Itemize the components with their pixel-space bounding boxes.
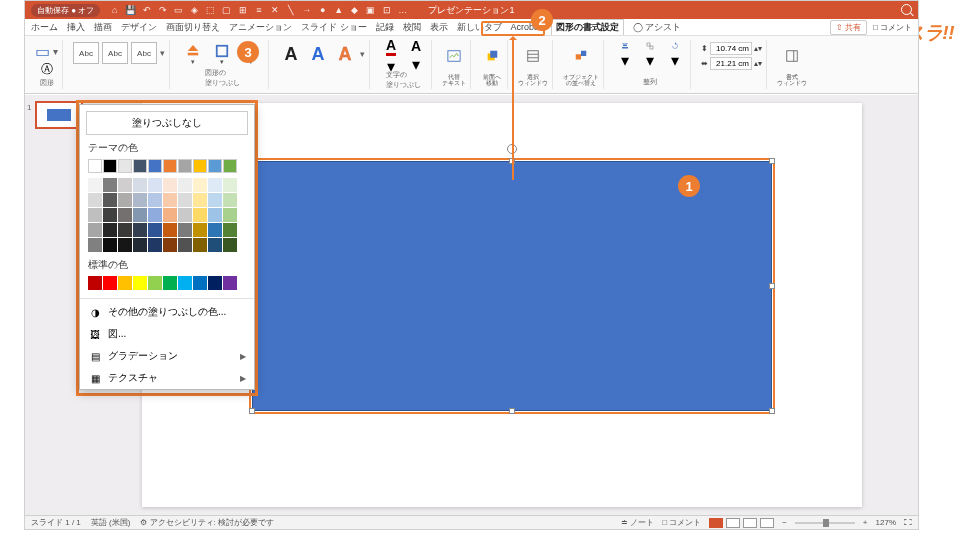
color-swatch[interactable] bbox=[118, 208, 132, 222]
qat-icon[interactable]: → bbox=[301, 5, 312, 15]
color-swatch[interactable] bbox=[118, 238, 132, 252]
color-swatch[interactable] bbox=[133, 208, 147, 222]
color-swatch[interactable] bbox=[133, 238, 147, 252]
tab-design[interactable]: デザイン bbox=[121, 21, 157, 34]
color-swatch[interactable] bbox=[193, 223, 207, 237]
color-swatch[interactable] bbox=[88, 193, 102, 207]
no-fill-option[interactable]: 塗りつぶしなし bbox=[86, 111, 248, 135]
color-swatch[interactable] bbox=[163, 223, 177, 237]
color-swatch[interactable] bbox=[148, 223, 162, 237]
tab-review[interactable]: 校閲 bbox=[403, 21, 421, 34]
qat-icon[interactable]: ▣ bbox=[365, 5, 376, 15]
color-swatch[interactable] bbox=[88, 238, 102, 252]
color-swatch[interactable] bbox=[193, 193, 207, 207]
zoom-in-button[interactable]: + bbox=[863, 518, 868, 527]
selection-pane-button[interactable] bbox=[522, 42, 544, 70]
sorter-view-button[interactable] bbox=[726, 518, 740, 528]
reading-view-button[interactable] bbox=[743, 518, 757, 528]
color-swatch[interactable] bbox=[223, 159, 237, 173]
gradient-fill-option[interactable]: ▤グラデーション▶ bbox=[80, 345, 254, 367]
color-swatch[interactable] bbox=[88, 276, 102, 290]
color-swatch[interactable] bbox=[208, 178, 222, 192]
qat-icon[interactable]: ▲ bbox=[333, 5, 344, 15]
wordart-preset[interactable]: A bbox=[279, 42, 303, 66]
color-swatch[interactable] bbox=[178, 159, 192, 173]
color-swatch[interactable] bbox=[148, 208, 162, 222]
color-swatch[interactable] bbox=[133, 276, 147, 290]
slide-thumbnail[interactable]: 1 bbox=[35, 101, 83, 129]
shape-fill-button[interactable]: ▾ bbox=[180, 42, 206, 68]
fit-to-window-button[interactable]: ⛶ bbox=[904, 518, 912, 527]
color-swatch[interactable] bbox=[88, 178, 102, 192]
picture-fill-option[interactable]: 🖼図... bbox=[80, 323, 254, 345]
color-swatch[interactable] bbox=[133, 223, 147, 237]
color-swatch[interactable] bbox=[103, 193, 117, 207]
qat-icon[interactable]: ⊡ bbox=[381, 5, 392, 15]
zoom-slider[interactable] bbox=[795, 522, 855, 524]
color-swatch[interactable] bbox=[133, 178, 147, 192]
resize-handle[interactable] bbox=[769, 283, 775, 289]
wordart-more[interactable]: ▾ bbox=[360, 49, 365, 59]
color-swatch[interactable] bbox=[163, 238, 177, 252]
color-swatch[interactable] bbox=[148, 159, 162, 173]
color-swatch[interactable] bbox=[103, 276, 117, 290]
color-swatch[interactable] bbox=[118, 178, 132, 192]
color-swatch[interactable] bbox=[193, 178, 207, 192]
color-swatch[interactable] bbox=[178, 276, 192, 290]
undo-icon[interactable]: ↶ bbox=[141, 5, 152, 15]
shape-outline-button[interactable]: ▾ bbox=[209, 42, 235, 68]
tab-animations[interactable]: アニメーション bbox=[229, 21, 292, 34]
comments-button[interactable]: □ コメント bbox=[662, 517, 701, 528]
tab-insert[interactable]: 挿入 bbox=[67, 21, 85, 34]
color-swatch[interactable] bbox=[223, 276, 237, 290]
wordart-preset[interactable]: A bbox=[306, 42, 330, 66]
color-swatch[interactable] bbox=[163, 276, 177, 290]
stepper-icon[interactable]: ▴▾ bbox=[754, 44, 762, 53]
resize-handle[interactable] bbox=[769, 408, 775, 414]
rectangle-shape[interactable] bbox=[252, 161, 772, 411]
save-icon[interactable]: 💾 bbox=[125, 5, 136, 15]
chevron-down-icon[interactable]: ▾ bbox=[191, 58, 195, 66]
edit-shape-icon[interactable]: ▾ bbox=[53, 46, 58, 57]
resize-handle[interactable] bbox=[249, 408, 255, 414]
qat-icon[interactable]: ≡ bbox=[253, 5, 264, 15]
color-swatch[interactable] bbox=[103, 223, 117, 237]
color-swatch[interactable] bbox=[223, 193, 237, 207]
alt-text-button[interactable] bbox=[443, 42, 465, 70]
group-button[interactable]: ▾ bbox=[639, 42, 661, 70]
color-swatch[interactable] bbox=[88, 208, 102, 222]
color-swatch[interactable] bbox=[118, 159, 132, 173]
tab-shape-format[interactable]: 図形の書式設定 bbox=[551, 19, 624, 35]
normal-view-button[interactable] bbox=[709, 518, 723, 528]
color-swatch[interactable] bbox=[208, 208, 222, 222]
color-swatch[interactable] bbox=[148, 193, 162, 207]
zoom-percent[interactable]: 127% bbox=[876, 518, 896, 527]
qat-icon[interactable]: ◆ bbox=[349, 5, 360, 15]
qat-icon[interactable]: ◈ bbox=[189, 5, 200, 15]
resize-handle[interactable] bbox=[769, 158, 775, 164]
text-outline-button[interactable]: A▾ bbox=[405, 42, 427, 70]
color-swatch[interactable] bbox=[103, 159, 117, 173]
shape-style-preset[interactable]: Abc bbox=[131, 42, 157, 64]
color-swatch[interactable] bbox=[223, 208, 237, 222]
tab-record[interactable]: 記録 bbox=[376, 21, 394, 34]
color-swatch[interactable] bbox=[223, 178, 237, 192]
qat-icon[interactable]: ╲ bbox=[285, 5, 296, 15]
color-swatch[interactable] bbox=[208, 193, 222, 207]
resize-handle[interactable] bbox=[509, 408, 515, 414]
color-swatch[interactable] bbox=[148, 276, 162, 290]
color-swatch[interactable] bbox=[133, 193, 147, 207]
notes-button[interactable]: ≐ ノート bbox=[621, 517, 654, 528]
shape-height-input[interactable] bbox=[710, 42, 752, 55]
qat-icon[interactable]: ⬚ bbox=[205, 5, 216, 15]
color-swatch[interactable] bbox=[193, 238, 207, 252]
color-swatch[interactable] bbox=[193, 159, 207, 173]
color-swatch[interactable] bbox=[103, 238, 117, 252]
color-swatch[interactable] bbox=[103, 208, 117, 222]
slide-thumbnails-pane[interactable]: 1 bbox=[25, 95, 85, 515]
tab-draw[interactable]: 描画 bbox=[94, 21, 112, 34]
tab-view[interactable]: 表示 bbox=[430, 21, 448, 34]
text-box-icon[interactable]: Ⓐ bbox=[41, 61, 53, 78]
shape-width-input[interactable] bbox=[710, 57, 752, 70]
stepper-icon[interactable]: ▴▾ bbox=[754, 59, 762, 68]
